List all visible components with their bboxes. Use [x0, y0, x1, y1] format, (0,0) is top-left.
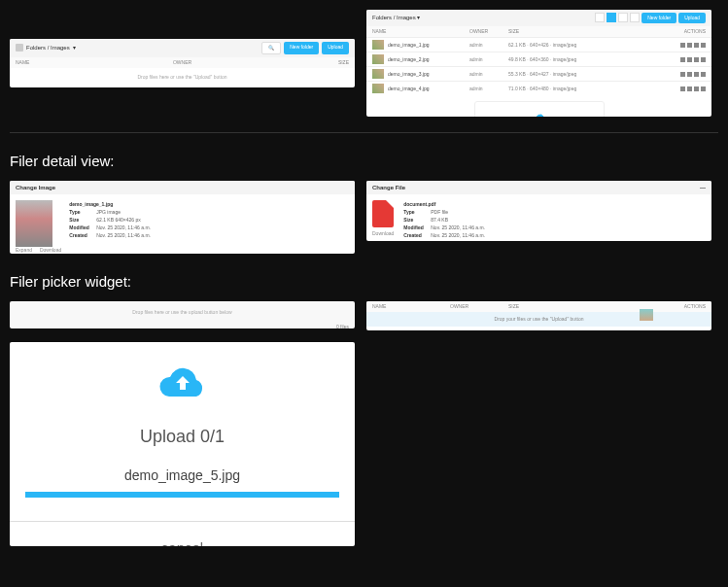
image-thumbnail — [372, 69, 384, 79]
image-thumbnail — [372, 84, 384, 93]
file-name: demo_image_4.jpg — [388, 86, 469, 92]
delete-icon[interactable] — [701, 86, 706, 91]
upload-progress-label: Upload 0/1 — [10, 425, 355, 449]
delete-icon[interactable] — [701, 43, 706, 48]
col-size: SIZE — [291, 59, 349, 66]
screenshot-upload-modal: Upload 0/1 demo_image_5.jpg cancel — [10, 342, 355, 546]
search-button[interactable]: 🔍 — [261, 42, 281, 54]
edit-icon[interactable] — [694, 86, 699, 91]
screenshot-picker-empty: Drop files here or use the upload button… — [10, 301, 355, 328]
file-meta: document.pdf TypePDF file Size87.4 KB Mo… — [403, 200, 485, 239]
heading-detail: Filer detail view: — [10, 153, 718, 169]
col-name: NAME — [16, 59, 74, 66]
panel-title: Change Image — [10, 181, 355, 194]
progress-bar — [25, 492, 339, 498]
edit-icon[interactable] — [694, 57, 699, 62]
file-size: 71.0 KB · 640×480 · image/jpeg — [508, 86, 657, 92]
table-row[interactable]: demo_image_3.jpgadmin55.3 KB · 640×427 ·… — [366, 66, 711, 81]
col-name: NAME — [372, 28, 469, 35]
expand-link[interactable]: Expand — [16, 247, 32, 254]
table-row[interactable]: demo_image_4.jpgadmin71.0 KB · 640×480 ·… — [366, 81, 711, 95]
delete-icon[interactable] — [701, 57, 706, 62]
file-size: 55.3 KB · 640×427 · image/jpeg — [508, 71, 657, 78]
heading-picker: Filer picker widget: — [10, 273, 718, 290]
move-icon[interactable] — [680, 72, 685, 77]
cancel-button[interactable]: cancel — [10, 522, 355, 546]
dropzone[interactable]: ☁ Drop your files or use the button Uplo… — [474, 101, 605, 117]
file-meta: demo_image_1.jpg TypeJPG image Size62.1 … — [69, 200, 151, 254]
image-thumbnail — [640, 309, 653, 321]
cloud-upload-icon — [10, 360, 355, 417]
move-icon[interactable] — [680, 86, 685, 91]
panel-title: Change File — [372, 184, 405, 191]
dropzone-hint[interactable]: Drop files here or use the upload button… — [10, 301, 355, 324]
table-row[interactable]: demo_image_1.jpgadmin62.1 KB · 640×426 ·… — [366, 37, 711, 52]
copy-icon[interactable] — [687, 57, 692, 62]
file-owner: admin — [469, 56, 508, 63]
breadcrumb[interactable]: Folders / Images — [26, 44, 70, 52]
home-icon — [16, 44, 23, 52]
cloud-upload-icon: ☁ — [481, 108, 598, 117]
dropzone-hint[interactable]: Drop files here or use the "Upload" butt… — [10, 68, 355, 86]
new-folder-button[interactable]: New folder — [284, 42, 319, 54]
filename: document.pdf — [403, 200, 485, 208]
screenshot-picker-table: NAMEOWNERSIZEACTIONS Drop your files or … — [366, 301, 711, 330]
col-owner: OWNER — [469, 28, 508, 35]
new-folder-button[interactable]: New folder — [641, 13, 676, 23]
edit-icon[interactable] — [694, 72, 699, 77]
download-link[interactable]: Download — [372, 230, 394, 237]
col-actions: ACTIONS — [667, 303, 706, 310]
breadcrumb[interactable]: Folders / Images — [372, 15, 416, 20]
upload-filename: demo_image_5.jpg — [10, 466, 355, 486]
copy-icon[interactable] — [687, 86, 692, 91]
screenshot-image-detail: Change Image Expand Download demo_image_… — [10, 181, 355, 254]
edit-icon[interactable] — [694, 43, 699, 48]
file-name: demo_image_2.jpg — [388, 56, 469, 63]
screenshot-folder-empty: Folders / Images ▾ 🔍 New folder Upload N… — [10, 39, 355, 87]
file-owner: admin — [469, 71, 508, 78]
screenshot-file-detail: Change File— Download document.pdf TypeP… — [366, 181, 711, 241]
grid-view-button[interactable] — [595, 13, 605, 22]
pdf-icon — [372, 200, 394, 227]
screenshot-folder-list: Folders / Images ▾ New folder Upload NAM… — [366, 10, 711, 117]
file-owner: admin — [469, 42, 508, 49]
copy-icon[interactable] — [687, 43, 692, 48]
upload-button[interactable]: Upload — [678, 13, 706, 23]
filename: demo_image_1.jpg — [69, 200, 151, 208]
file-count: 0 files — [10, 324, 355, 328]
image-thumbnail — [372, 40, 384, 50]
sort-button[interactable] — [618, 13, 628, 22]
file-size: 49.8 KB · 640×360 · image/jpeg — [508, 56, 657, 63]
table-row[interactable]: demo_image_2.jpgadmin49.8 KB · 640×360 ·… — [366, 52, 711, 66]
file-name: demo_image_3.jpg — [388, 71, 469, 78]
download-link[interactable]: Download — [40, 247, 61, 254]
image-thumbnail — [372, 54, 384, 64]
list-view-button[interactable] — [607, 13, 616, 22]
file-name: demo_image_1.jpg — [388, 42, 469, 49]
col-size: SIZE — [508, 28, 657, 35]
dropzone-hint[interactable]: Drop your files or use the "Upload" butt… — [366, 312, 711, 327]
upload-button[interactable]: Upload — [322, 42, 349, 54]
col-owner: OWNER — [450, 303, 508, 310]
col-name: NAME — [372, 303, 450, 310]
col-actions: ACTIONS — [657, 28, 706, 35]
search-button[interactable] — [630, 13, 640, 22]
file-size: 62.1 KB · 640×426 · image/jpeg — [508, 42, 657, 49]
move-icon[interactable] — [680, 57, 685, 62]
col-owner: OWNER — [74, 59, 291, 66]
image-thumbnail — [16, 200, 52, 247]
file-owner: admin — [469, 86, 508, 92]
delete-icon[interactable] — [701, 72, 706, 77]
copy-icon[interactable] — [687, 72, 692, 77]
move-icon[interactable] — [680, 43, 685, 48]
close-icon[interactable]: — — [700, 184, 706, 191]
